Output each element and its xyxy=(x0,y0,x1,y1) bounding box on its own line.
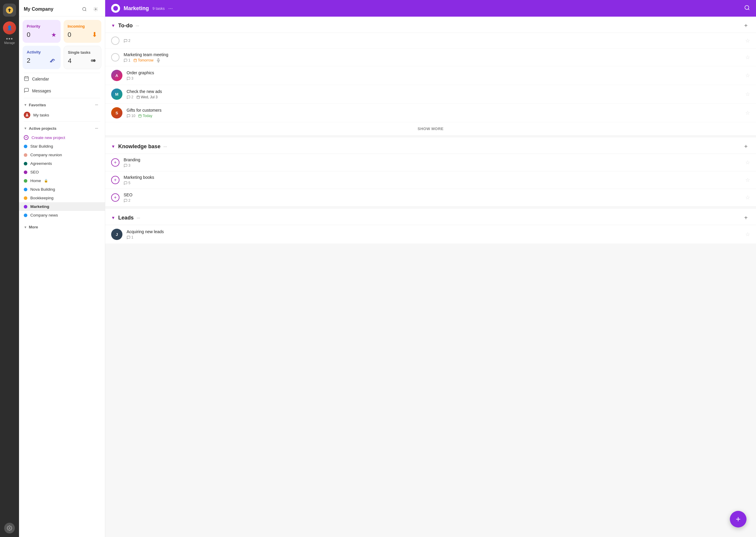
task-row-acquiring[interactable]: J Acquiring new leads 1 ☆ xyxy=(105,225,756,244)
task-row-gifts[interactable]: S Gifts for customers 10 Today ☆ xyxy=(105,103,756,122)
priority-widget[interactable]: Priority 0 ★ xyxy=(22,20,61,43)
kb-add-btn[interactable]: + xyxy=(742,142,750,150)
active-projects-chevron: ▼ xyxy=(24,127,27,130)
task-row-meeting[interactable]: Marketing team meeting 1 Tomorrow ☆ xyxy=(105,49,756,66)
project-label-company-reunion: Company reunion xyxy=(30,153,62,157)
nav-calendar[interactable]: Calendar xyxy=(19,73,105,85)
topbar: Marketing 9 tasks ··· xyxy=(105,0,756,17)
task-row-branding[interactable]: + Branding 3 ☆ xyxy=(105,154,756,171)
task-star-kb-seo[interactable]: ☆ xyxy=(745,194,750,201)
incoming-count: 0 xyxy=(68,31,71,39)
messages-label: Messages xyxy=(32,89,51,93)
svg-rect-23 xyxy=(139,115,142,117)
task-count: 9 tasks xyxy=(153,6,165,11)
my-tasks-avatar xyxy=(24,112,30,118)
comment-count-order: 3 xyxy=(127,76,133,80)
incoming-arrow-icon: ⬇ xyxy=(92,31,97,39)
task-star-branding[interactable]: ☆ xyxy=(745,159,750,166)
mic-icon-meeting xyxy=(156,58,160,62)
project-marketing[interactable]: Marketing xyxy=(19,202,105,211)
project-agreements[interactable]: Agreements xyxy=(19,159,105,168)
task-date-gifts: Today xyxy=(138,114,152,118)
sidebar-settings-icon[interactable] xyxy=(91,5,100,14)
topbar-search-btn[interactable] xyxy=(744,5,750,12)
svg-point-11 xyxy=(26,113,28,115)
sidebar-header: My Company xyxy=(19,0,105,16)
single-tasks-widget[interactable]: Single tasks 4 xyxy=(64,46,102,69)
task-star-marketing-books[interactable]: ☆ xyxy=(745,177,750,183)
comment-count-branding: 3 xyxy=(124,163,130,168)
task-name-order: Order graphics xyxy=(127,70,741,75)
task-info-empty: 2 xyxy=(124,39,741,43)
comment-count-acquiring: 1 xyxy=(127,235,133,239)
task-plus-branding[interactable]: + xyxy=(111,158,119,167)
app-logo[interactable] xyxy=(3,4,16,17)
sidebar-search-icon[interactable] xyxy=(80,5,89,14)
show-more-btn[interactable]: SHOW MORE xyxy=(105,122,756,135)
create-project-item[interactable]: + Create new project xyxy=(19,133,105,142)
task-row-kb-seo[interactable]: + SEO 2 ☆ xyxy=(105,189,756,206)
task-row-ads[interactable]: M Check the new ads 2 Wed, Jul 3 xyxy=(105,85,756,103)
task-meta-kb-seo: 2 xyxy=(124,198,741,203)
project-home[interactable]: Home 🔒 xyxy=(19,177,105,185)
single-tasks-title: Single tasks xyxy=(68,50,97,55)
project-dot-agreements xyxy=(24,162,27,165)
project-seo[interactable]: SEO xyxy=(19,168,105,177)
todo-more-btn[interactable]: ··· xyxy=(136,23,139,28)
kb-more-btn[interactable]: ··· xyxy=(163,144,167,149)
task-row-order[interactable]: A Order graphics 3 ☆ xyxy=(105,66,756,85)
task-star-acquiring[interactable]: ☆ xyxy=(745,231,750,238)
manage-button[interactable]: Manage xyxy=(4,38,15,45)
project-star-building[interactable]: Star Building xyxy=(19,142,105,150)
activity-widget[interactable]: Activity 2 xyxy=(22,46,61,69)
task-row-marketing-books[interactable]: + Marketing books 5 ☆ xyxy=(105,171,756,189)
task-star-ads[interactable]: ☆ xyxy=(745,91,750,98)
svg-point-3 xyxy=(95,9,96,10)
favorites-label: Favorites xyxy=(29,103,46,107)
project-nova-building[interactable]: Nova Building xyxy=(19,185,105,194)
my-tasks-item[interactable]: My tasks xyxy=(19,109,105,120)
task-meta-empty: 2 xyxy=(124,39,741,43)
sidebar: My Company Priority 0 ★ In xyxy=(19,0,105,537)
project-bookkeeping[interactable]: Bookkeeping xyxy=(19,194,105,202)
task-info-branding: Branding 3 xyxy=(124,157,741,168)
task-plus-kb-seo[interactable]: + xyxy=(111,193,119,202)
task-plus-marketing-books[interactable]: + xyxy=(111,176,119,184)
project-dot-company-reunion xyxy=(24,153,27,157)
task-info-acquiring: Acquiring new leads 1 xyxy=(127,229,741,239)
task-checkbox-empty[interactable] xyxy=(111,36,119,45)
topbar-more-btn[interactable]: ··· xyxy=(168,5,173,12)
task-star-gifts[interactable]: ☆ xyxy=(745,109,750,116)
content-area: ▼ To-do ··· + 2 ☆ xyxy=(105,17,756,537)
project-icon xyxy=(111,4,120,13)
task-avatar-acquiring: J xyxy=(111,229,122,240)
home-lock-icon: 🔒 xyxy=(44,179,48,183)
incoming-widget[interactable]: Incoming 0 ⬇ xyxy=(64,20,102,43)
task-meta-order: 3 xyxy=(127,76,741,80)
task-name-kb-seo: SEO xyxy=(124,192,741,197)
task-star-order[interactable]: ☆ xyxy=(745,72,750,79)
task-info-ads: Check the new ads 2 Wed, Jul 3 xyxy=(127,89,741,99)
settings-icon[interactable] xyxy=(4,523,15,533)
task-avatar-ads: M xyxy=(111,89,122,100)
task-star-empty[interactable]: ☆ xyxy=(745,37,750,44)
priority-title: Priority xyxy=(27,24,57,28)
task-checkbox-meeting[interactable] xyxy=(111,53,119,62)
active-projects-more-btn[interactable]: ··· xyxy=(93,125,100,132)
activity-title: Activity xyxy=(27,50,57,54)
leads-more-btn[interactable]: ··· xyxy=(137,215,140,220)
todo-add-btn[interactable]: + xyxy=(742,21,750,30)
nav-messages[interactable]: Messages xyxy=(19,85,105,97)
task-name-marketing-books: Marketing books xyxy=(124,175,741,180)
project-company-reunion[interactable]: Company reunion xyxy=(19,150,105,159)
user-avatar[interactable]: 👤 xyxy=(3,21,16,34)
favorites-more-btn[interactable]: ··· xyxy=(93,101,100,108)
fab-add-button[interactable]: + xyxy=(730,511,746,527)
leads-section: ▼ Leads ··· + J Acquiring new leads 1 xyxy=(105,209,756,244)
project-company-news[interactable]: Company news xyxy=(19,211,105,220)
task-row-empty[interactable]: 2 ☆ xyxy=(105,33,756,49)
activity-count: 2 xyxy=(27,57,30,64)
task-star-meeting[interactable]: ☆ xyxy=(745,54,750,61)
leads-add-btn[interactable]: + xyxy=(742,214,750,222)
task-meta-marketing-books: 5 xyxy=(124,181,741,185)
